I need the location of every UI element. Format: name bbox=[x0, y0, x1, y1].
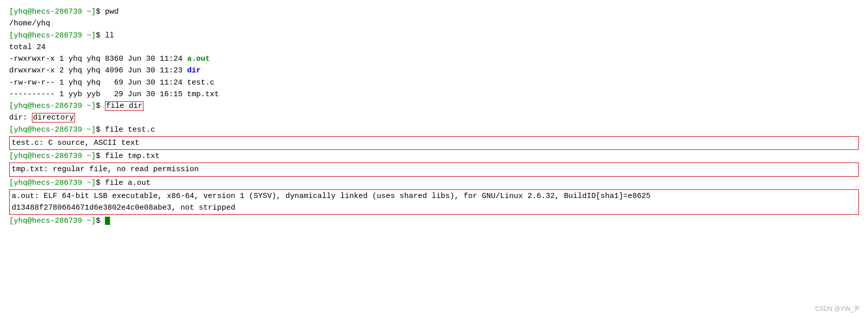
pwd-cmd-line: [yhq@hecs-286739 ~]$ pwd bbox=[9, 6, 859, 18]
user-host-fa: [yhq@hecs-286739 ~] bbox=[9, 179, 96, 187]
ll-aout-line: -rwxrwxr-x 1 yhq yhq 8360 Jun 30 11:24 a… bbox=[9, 53, 859, 65]
file-aout-cmd-line: [yhq@hecs-286739 ~]$ file a.out bbox=[9, 177, 859, 189]
dir-filename: dir bbox=[187, 66, 201, 75]
file-aout-output-boxed: a.out: ELF 64-bit LSB executable, x86-64… bbox=[9, 189, 859, 215]
user-host-ll: [yhq@hecs-286739 ~] bbox=[9, 31, 96, 40]
ll-cmd-line: [yhq@hecs-286739 ~]$ ll bbox=[9, 30, 859, 42]
user-host-final: [yhq@hecs-286739 ~] bbox=[9, 217, 96, 225]
ll-dir-line: drwxrwxr-x 2 yhq yhq 4096 Jun 30 11:23 d… bbox=[9, 65, 859, 76]
file-dir-command-boxed: file dir bbox=[105, 101, 143, 111]
ll-tmptxt-line: ---------- 1 yyb yyb 29 Jun 30 16:15 tmp… bbox=[9, 89, 859, 100]
file-dir-output-line: dir: directory bbox=[9, 112, 859, 124]
directory-output-boxed: directory bbox=[32, 113, 75, 123]
cursor bbox=[105, 217, 110, 225]
aout-filename: a.out bbox=[187, 55, 210, 63]
file-tmptxt-cmd-line: [yhq@hecs-286739 ~]$ file tmp.txt bbox=[9, 150, 859, 162]
user-host: [yhq@hecs-286739 ~] bbox=[9, 8, 96, 16]
file-testc-output-boxed: test.c: C source, ASCII text bbox=[9, 136, 859, 150]
watermark: CSDN @YIN_尹 bbox=[815, 304, 860, 314]
user-host-ftt: [yhq@hecs-286739 ~] bbox=[9, 152, 96, 161]
ll-testc-line: -rw-rw-r-- 1 yhq yhq 69 Jun 30 11:24 tes… bbox=[9, 77, 859, 89]
file-dir-cmd-line: [yhq@hecs-286739 ~]$ file dir bbox=[9, 100, 859, 112]
pwd-output: /home/yhq bbox=[9, 18, 859, 29]
user-host-ftc: [yhq@hecs-286739 ~] bbox=[9, 126, 96, 134]
file-tmptxt-output-boxed: tmp.txt: regular file, no read permissio… bbox=[9, 163, 859, 176]
final-prompt-line: [yhq@hecs-286739 ~]$ bbox=[9, 215, 859, 227]
user-host-fd: [yhq@hecs-286739 ~] bbox=[9, 102, 96, 110]
ll-total: total 24 bbox=[9, 42, 859, 53]
terminal: [yhq@hecs-286739 ~]$ pwd /home/yhq [yhq@… bbox=[9, 6, 859, 227]
file-testc-cmd-line: [yhq@hecs-286739 ~]$ file test.c bbox=[9, 124, 859, 136]
